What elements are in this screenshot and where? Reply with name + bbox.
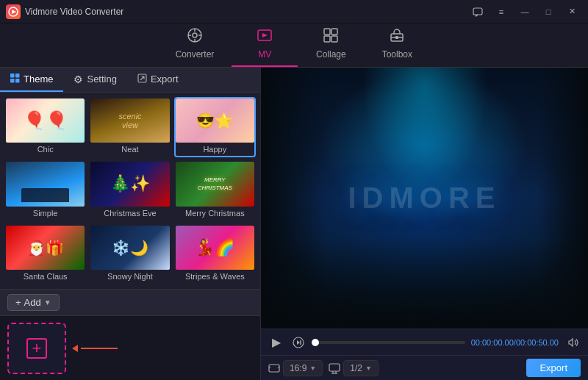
time-current: 00:00:00.00 [471, 338, 514, 347]
titlebar-controls: ≡ — □ ✕ [467, 4, 582, 19]
theme-name-merry-christmas: Merry Christmas [185, 207, 245, 220]
next-button[interactable] [290, 334, 306, 351]
tab-toolbox-label: Toolbox [382, 49, 412, 60]
monitor-chevron-icon: ▼ [365, 365, 372, 372]
app-logo [6, 4, 21, 19]
minimize-button[interactable]: — [514, 4, 535, 19]
arrow-head [72, 345, 78, 352]
converter-icon [187, 27, 203, 47]
play-button[interactable]: ▶ [268, 334, 284, 351]
theme-name-chic: Chic [37, 143, 54, 156]
theme-name-christmas-eve: Christmas Eve [104, 207, 157, 220]
titlebar-left: Vidmore Video Converter [6, 4, 123, 19]
close-button[interactable]: ✕ [562, 4, 582, 19]
monitor-control: 1/2 ▼ [329, 360, 379, 376]
svg-rect-16 [395, 36, 398, 39]
svg-rect-2 [473, 8, 482, 15]
sub-tab-theme-label: Theme [24, 74, 53, 85]
progress-thumb [312, 339, 319, 346]
monitor-ratio-value: 1/2 [350, 363, 362, 373]
monitor-icon [329, 362, 340, 374]
main-content: Theme ⚙ Setting Export 🎈 [0, 68, 588, 380]
arrow-line [81, 348, 118, 349]
theme-grid-icon [10, 74, 20, 85]
svg-rect-13 [331, 36, 337, 42]
svg-point-4 [193, 33, 197, 37]
add-bar: + Add ▼ [0, 289, 260, 315]
theme-item-neat[interactable]: scenicview Neat [89, 97, 171, 157]
theme-name-neat: Neat [121, 143, 138, 156]
chat-icon[interactable] [467, 4, 488, 19]
tab-collage-label: Collage [316, 49, 346, 60]
svg-rect-25 [329, 364, 340, 371]
add-arrow-icon: ▼ [44, 298, 51, 306]
left-panel: Theme ⚙ Setting Export 🎈 [0, 68, 261, 380]
theme-item-stripes-waves[interactable]: 💃🌈 Stripes & Waves [174, 224, 256, 284]
video-preview: IDMORE [261, 68, 588, 329]
theme-name-santa-claus: Santa Claus [24, 270, 68, 283]
theme-item-merry-christmas[interactable]: MERRYCHRISTMAS Merry Christmas [174, 160, 256, 221]
titlebar: Vidmore Video Converter ≡ — □ ✕ [0, 0, 588, 24]
svg-rect-18 [15, 74, 20, 78]
theme-item-chic[interactable]: 🎈🎈 Chic [4, 97, 86, 157]
theme-item-happy[interactable]: 😎🌟 Happy [174, 97, 256, 157]
collage-icon [323, 27, 339, 47]
theme-name-stripes-waves: Stripes & Waves [185, 270, 245, 283]
svg-rect-20 [15, 79, 20, 83]
tab-converter-label: Converter [176, 49, 215, 60]
theme-name-happy: Happy [203, 143, 226, 156]
media-add-slot[interactable]: + [7, 323, 66, 374]
theme-thumb-simple [6, 162, 85, 206]
theme-thumb-chic: 🎈🎈 [6, 98, 85, 143]
theme-thumb-neat: scenicview [90, 98, 169, 143]
theme-grid: 🎈🎈 Chic scenicview Neat 😎🌟 Happy [0, 93, 260, 289]
tab-collage[interactable]: Collage [298, 21, 364, 67]
monitor-ratio-selector[interactable]: 1/2 ▼ [343, 360, 379, 376]
aspect-ratio-value: 16:9 [290, 363, 306, 373]
tab-mv-label: MV [258, 49, 271, 60]
theme-item-christmas-eve[interactable]: 🎄✨ Christmas Eve [89, 160, 171, 221]
sub-tab-setting[interactable]: ⚙ Setting [63, 68, 126, 92]
sub-tabs: Theme ⚙ Setting Export [0, 68, 260, 93]
export-button[interactable]: Export [526, 359, 581, 377]
add-plus-icon: + [15, 297, 21, 308]
add-button-label: Add [24, 297, 41, 308]
aspect-chevron-icon: ▼ [309, 365, 316, 372]
theme-item-simple[interactable]: Simple [4, 160, 86, 221]
bottom-controls: 16:9 ▼ 1/2 ▼ Export [261, 355, 588, 380]
svg-rect-17 [10, 74, 15, 78]
media-plus-icon: + [26, 338, 47, 359]
time-display: 00:00:00.00/00:00:50.00 [471, 338, 559, 347]
aspect-icon [268, 362, 280, 374]
aspect-ratio-selector[interactable]: 16:9 ▼ [283, 360, 323, 376]
tab-mv[interactable]: MV [232, 21, 298, 67]
toolbox-icon [389, 27, 405, 47]
export-arrow-icon [137, 74, 147, 85]
theme-thumb-christmas-eve: 🎄✨ [90, 162, 169, 206]
theme-name-snowy-night: Snowy Night [107, 270, 153, 283]
svg-rect-10 [324, 29, 330, 35]
nav-tabs: Converter MV Collage [0, 24, 588, 68]
maximize-button[interactable]: □ [538, 4, 559, 19]
player-controls: ▶ 00:00:00.00/00:00:50.00 [261, 329, 588, 355]
theme-thumb-merry-christmas: MERRYCHRISTMAS [176, 162, 254, 206]
svg-rect-12 [324, 36, 330, 42]
add-button[interactable]: + Add ▼ [7, 294, 60, 311]
volume-button[interactable] [564, 334, 581, 351]
sub-tab-export[interactable]: Export [127, 68, 189, 92]
menu-icon[interactable]: ≡ [491, 4, 512, 19]
theme-item-santa-claus[interactable]: 🎅🎁 Santa Claus [4, 224, 86, 284]
mv-icon [257, 27, 273, 47]
theme-thumb-happy: 😎🌟 [176, 98, 254, 143]
app-title: Vidmore Video Converter [25, 7, 123, 17]
sub-tab-theme[interactable]: Theme [0, 68, 63, 92]
svg-rect-19 [10, 79, 15, 83]
progress-bar[interactable] [312, 341, 465, 344]
sub-tab-export-label: Export [151, 74, 179, 85]
theme-thumb-santa-claus: 🎅🎁 [6, 226, 85, 270]
svg-marker-1 [12, 10, 16, 14]
tab-converter[interactable]: Converter [158, 21, 232, 67]
theme-thumb-stripes-waves: 💃🌈 [176, 226, 254, 270]
tab-toolbox[interactable]: Toolbox [364, 21, 430, 67]
theme-item-snowy-night[interactable]: ❄️🌙 Snowy Night [89, 224, 171, 284]
